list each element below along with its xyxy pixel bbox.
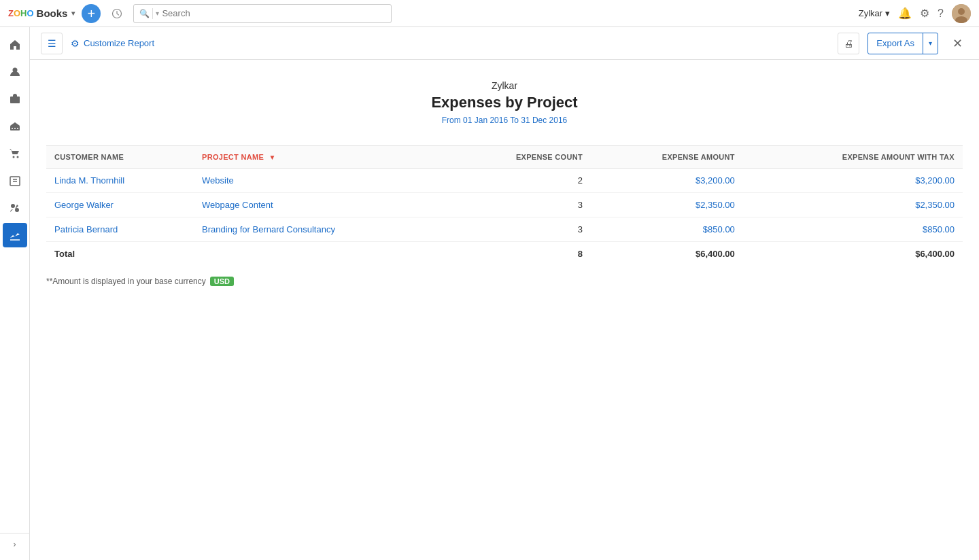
total-expense-amount: $6,400.00 [591, 242, 743, 266]
export-label: Export As [868, 38, 923, 48]
expense-amount-tax-cell[interactable]: $3,200.00 [743, 169, 963, 193]
close-button[interactable]: ✕ [946, 33, 968, 54]
sidebar-bottom: › [0, 530, 30, 560]
app-layout: › ☰ ⚙ Customize Report 🖨 Export As ▾ ✕ [0, 27, 979, 560]
hamburger-button[interactable]: ☰ [41, 33, 63, 54]
logo-h-letter: H [20, 8, 27, 18]
logo-o1-letter: O [14, 8, 20, 18]
expense-amount-cell[interactable]: $2,350.00 [591, 193, 743, 217]
customer-name-cell[interactable]: Patricia Bernard [46, 217, 194, 242]
print-icon: 🖨 [844, 38, 853, 49]
customize-icon: ⚙ [71, 38, 80, 49]
expense-count-cell: 3 [449, 193, 591, 217]
currency-badge: USD [210, 277, 234, 286]
books-dropdown-arrow[interactable]: ▾ [71, 10, 75, 17]
report-footer: **Amount is displayed in your base curre… [46, 266, 963, 286]
search-bar: 🔍 ▾ [133, 4, 392, 23]
report-body: Zylkar Expenses by Project From 01 Jan 2… [30, 60, 979, 560]
sidebar-item-accountant[interactable] [3, 196, 27, 220]
main-content: ☰ ⚙ Customize Report 🖨 Export As ▾ ✕ Zyl… [30, 27, 979, 560]
total-expense-count: 8 [449, 242, 591, 266]
svg-rect-5 [10, 97, 20, 103]
sidebar-item-items[interactable] [3, 87, 27, 111]
table-header-row: CUSTOMER NAME PROJECT NAME ▼ EXPENSE COU… [46, 146, 963, 169]
expense-count-cell: 2 [449, 169, 591, 193]
hamburger-icon: ☰ [48, 38, 56, 49]
add-button[interactable]: + [82, 4, 101, 23]
customer-name-cell[interactable]: George Walker [46, 193, 194, 217]
total-expense-amount-tax: $6,400.00 [743, 242, 963, 266]
help-button[interactable]: ? [938, 7, 944, 20]
search-icon: 🔍 [139, 9, 150, 18]
top-nav: Z O H O Books ▾ + 🔍 ▾ Zylkar ▾ 🔔 ⚙ ? [0, 0, 979, 27]
col-expense-amount-tax: EXPENSE AMOUNT WITH TAX [743, 146, 963, 169]
expense-amount-cell[interactable]: $3,200.00 [591, 169, 743, 193]
project-name-cell[interactable]: Webpage Content [194, 193, 449, 217]
expense-amount-cell[interactable]: $850.00 [591, 217, 743, 242]
nav-right: Zylkar ▾ 🔔 ⚙ ? [859, 4, 971, 23]
user-dropdown[interactable]: Zylkar ▾ [859, 8, 890, 18]
report-company: Zylkar [46, 80, 963, 91]
user-name: Zylkar [859, 8, 882, 18]
sidebar-item-purchases[interactable] [3, 169, 27, 193]
sidebar: › [0, 27, 30, 560]
sidebar-item-banking[interactable] [3, 114, 27, 139]
col-project-name[interactable]: PROJECT NAME ▼ [194, 146, 449, 169]
customer-name-cell[interactable]: Linda M. Thornhill [46, 169, 194, 193]
settings-button[interactable]: ⚙ [920, 7, 929, 20]
history-button[interactable] [107, 4, 126, 23]
report-header: Zylkar Expenses by Project From 01 Jan 2… [46, 60, 963, 139]
logo-o2-letter: O [27, 8, 33, 18]
table-row: Linda M. Thornhill Website 2 $3,200.00 $… [46, 169, 963, 193]
sidebar-item-home[interactable] [3, 33, 27, 57]
svg-point-2 [958, 8, 965, 15]
project-name-cell[interactable]: Branding for Bernard Consultancy [194, 217, 449, 242]
table-row: Patricia Bernard Branding for Bernard Co… [46, 217, 963, 242]
expense-amount-tax-cell[interactable]: $850.00 [743, 217, 963, 242]
col-expense-amount: EXPENSE AMOUNT [591, 146, 743, 169]
svg-point-11 [16, 156, 18, 158]
avatar[interactable] [952, 4, 971, 23]
logo-area: Z O H O Books ▾ [8, 7, 75, 19]
export-caret-icon[interactable]: ▾ [923, 33, 938, 54]
export-button[interactable]: Export As ▾ [868, 33, 938, 54]
project-name-cell[interactable]: Website [194, 169, 449, 193]
total-row: Total 8 $6,400.00 $6,400.00 [46, 242, 963, 266]
total-label: Total [46, 242, 194, 266]
sidebar-item-reports[interactable] [3, 223, 27, 247]
search-dropdown-arrow[interactable]: ▾ [156, 10, 159, 17]
svg-point-10 [12, 156, 14, 158]
customize-report-button[interactable]: ⚙ Customize Report [71, 38, 154, 49]
sidebar-item-sales[interactable] [3, 141, 27, 166]
report-date-range: From 01 Jan 2016 To 31 Dec 2016 [46, 116, 963, 125]
notifications-button[interactable]: 🔔 [898, 7, 912, 20]
sidebar-item-contacts[interactable] [3, 60, 27, 84]
search-input[interactable] [162, 8, 385, 18]
books-label: Books [37, 7, 68, 19]
col-expense-count: EXPENSE COUNT [449, 146, 591, 169]
customize-label: Customize Report [84, 38, 154, 48]
total-blank [194, 242, 449, 266]
logo-z-letter: Z [8, 8, 14, 18]
col-customer-name: CUSTOMER NAME [46, 146, 194, 169]
zoho-logo: Z O H O [8, 8, 34, 18]
print-button[interactable]: 🖨 [838, 33, 859, 54]
report-table: CUSTOMER NAME PROJECT NAME ▼ EXPENSE COU… [46, 145, 963, 266]
search-divider [152, 8, 153, 19]
sidebar-expand-button[interactable]: › [0, 533, 30, 555]
user-dropdown-arrow: ▾ [885, 8, 890, 18]
report-title: Expenses by Project [46, 94, 963, 111]
expense-amount-tax-cell[interactable]: $2,350.00 [743, 193, 963, 217]
svg-point-15 [11, 204, 15, 208]
footer-note: **Amount is displayed in your base curre… [46, 277, 206, 286]
table-row: George Walker Webpage Content 3 $2,350.0… [46, 193, 963, 217]
close-icon: ✕ [952, 36, 963, 51]
report-toolbar: ☰ ⚙ Customize Report 🖨 Export As ▾ ✕ [30, 27, 979, 60]
expense-count-cell: 3 [449, 217, 591, 242]
